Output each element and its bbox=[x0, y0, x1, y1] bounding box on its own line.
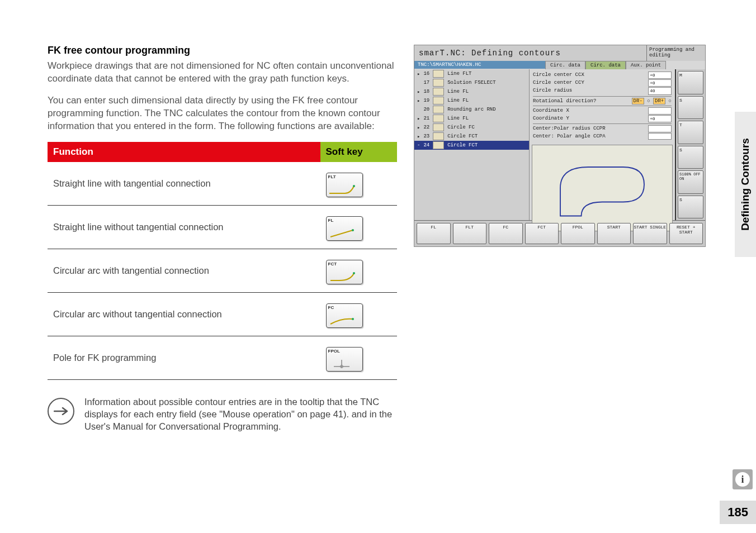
softkey-fct[interactable]: FCT bbox=[326, 260, 363, 284]
function-table: Function Soft key Straight line with tan… bbox=[48, 142, 397, 380]
svg-point-2 bbox=[353, 272, 355, 274]
tree-row[interactable]: 20Rounding arc RND bbox=[414, 105, 529, 114]
bottom-reset-start[interactable]: RESET + START bbox=[669, 223, 703, 244]
tab-circ-data[interactable]: Circ. data bbox=[545, 61, 585, 69]
table-row: Straight line with tangential connection… bbox=[48, 162, 397, 206]
circle-icon bbox=[433, 141, 444, 149]
field-label: Circle radius bbox=[533, 87, 572, 94]
table-row: Circular arc without tangential connecti… bbox=[48, 292, 397, 336]
col-softkey: Soft key bbox=[320, 142, 398, 162]
field-cy[interactable]: +0 bbox=[648, 115, 672, 122]
tree-row[interactable]: ▸23Circle FCT bbox=[414, 132, 529, 141]
side-btn-s3[interactable]: S bbox=[678, 196, 703, 219]
side-btn-t[interactable]: T bbox=[678, 121, 703, 144]
cnc-tabs: Circ. data Circ. data Aux. point bbox=[545, 61, 679, 69]
field-cx[interactable] bbox=[648, 107, 672, 115]
tree-row[interactable]: ▸19Line FL bbox=[414, 96, 529, 105]
field-label: Circle center CCY bbox=[533, 79, 584, 87]
softkey-fpol[interactable]: FPOL bbox=[326, 347, 363, 372]
tree-row[interactable]: ▸21Line FL bbox=[414, 114, 529, 123]
bottom-fpol[interactable]: FPOL bbox=[561, 223, 595, 244]
arrow-right-icon bbox=[48, 398, 74, 425]
cnc-form: Circle center CCX+0 Circle center CCY+0 … bbox=[530, 69, 675, 142]
softkey-flt[interactable]: FLT bbox=[326, 173, 363, 197]
softkey-label: FL bbox=[328, 218, 334, 223]
cnc-tree: ▸16Line FLT 17Solution FSELECT ▸18Line F… bbox=[414, 69, 530, 220]
side-btn-s[interactable]: S bbox=[678, 96, 703, 120]
info-badge: i bbox=[733, 469, 753, 489]
circle-icon bbox=[433, 123, 444, 131]
side-btn-m[interactable]: M bbox=[678, 71, 703, 94]
line-icon bbox=[433, 88, 444, 96]
table-row: Straight line without tangential connect… bbox=[48, 205, 397, 249]
bottom-start-single[interactable]: START SINGLE bbox=[633, 223, 667, 244]
note-box: Information about possible contour entri… bbox=[48, 396, 397, 433]
field-label: Coordinate X bbox=[533, 107, 569, 115]
line-icon bbox=[433, 97, 444, 104]
side-tab: Defining Contours bbox=[735, 112, 756, 257]
radio-dr-minus[interactable]: DR- bbox=[632, 98, 644, 104]
circle-icon bbox=[433, 132, 444, 140]
note-text: Information about possible contour entri… bbox=[84, 396, 397, 433]
line-icon bbox=[433, 115, 444, 122]
svg-point-0 bbox=[353, 185, 355, 187]
paragraph-2: You can enter such dimensional data dire… bbox=[48, 94, 397, 133]
svg-point-3 bbox=[352, 318, 354, 320]
field-cr[interactable]: 40 bbox=[648, 87, 672, 94]
field-ccy[interactable]: +0 bbox=[648, 79, 672, 87]
cnc-side-buttons: M S T S S100% OFF ON S bbox=[675, 69, 705, 220]
table-row: Pole for FK programming FPOL bbox=[48, 336, 397, 379]
radio-dr-plus[interactable]: DR+ bbox=[653, 98, 665, 104]
bottom-fc[interactable]: FC bbox=[489, 223, 523, 244]
page-number: 185 bbox=[720, 501, 756, 524]
info-icon: i bbox=[735, 472, 750, 487]
cnc-path: TNC:\SMARTNC\HAKEN.HC bbox=[414, 61, 545, 69]
tree-row[interactable]: ▸22Circle FC bbox=[414, 123, 529, 132]
tree-row[interactable]: ▸18Line FL bbox=[414, 87, 529, 96]
bottom-fct[interactable]: FCT bbox=[525, 223, 559, 244]
cnc-screenshot: smarT.NC: Defining contours Programming … bbox=[414, 45, 706, 247]
field-label: Circle center CCX bbox=[533, 72, 584, 79]
bottom-fl[interactable]: FL bbox=[417, 223, 451, 244]
tab-aux-point[interactable]: Aux. point bbox=[626, 61, 666, 69]
func-label: Straight line without tangential connect… bbox=[48, 205, 320, 249]
paragraph-1: Workpiece drawings that are not dimensio… bbox=[48, 60, 397, 85]
cnc-title: smarT.NC: Defining contours bbox=[414, 45, 646, 61]
field-label: Center:Polar radius CCPR bbox=[533, 125, 606, 132]
field-ccx[interactable]: +0 bbox=[648, 72, 672, 79]
svg-point-1 bbox=[352, 229, 354, 231]
softkey-label: FPOL bbox=[328, 349, 340, 354]
side-btn-s2[interactable]: S bbox=[678, 146, 703, 169]
solution-icon bbox=[433, 79, 444, 87]
bottom-start[interactable]: START bbox=[597, 223, 631, 244]
field-label: Rotational direction? bbox=[533, 98, 596, 105]
field-label: Coordinate Y bbox=[533, 115, 569, 122]
cnc-mode: Programming and editing bbox=[646, 45, 705, 61]
rounding-icon bbox=[433, 106, 444, 113]
tree-row-selected[interactable]: -24Circle FCT bbox=[414, 141, 529, 150]
side-tab-label: Defining Contours bbox=[739, 138, 752, 231]
side-btn-s100[interactable]: S100% OFF ON bbox=[678, 170, 703, 194]
field-ccpa[interactable] bbox=[648, 133, 672, 140]
tree-row[interactable]: ▸16Line FLT bbox=[414, 69, 529, 78]
line-icon bbox=[433, 70, 444, 78]
field-label: Center: Polar angle CCPA bbox=[533, 133, 606, 140]
tab-circ-data-2[interactable]: Circ. data bbox=[585, 61, 626, 69]
softkey-fc[interactable]: FC bbox=[326, 303, 363, 328]
softkey-label: FC bbox=[328, 305, 334, 310]
table-row: Circular arc with tangential connection … bbox=[48, 249, 397, 292]
bottom-flt[interactable]: FLT bbox=[453, 223, 487, 244]
softkey-label: FCT bbox=[328, 261, 337, 266]
func-label: Straight line with tangential connection bbox=[48, 162, 320, 206]
section-heading: FK free contour programming bbox=[48, 45, 397, 56]
cnc-preview bbox=[532, 145, 673, 231]
func-label: Circular arc without tangential connecti… bbox=[48, 292, 320, 336]
col-function: Function bbox=[48, 142, 320, 162]
func-label: Circular arc with tangential connection bbox=[48, 249, 320, 292]
func-label: Pole for FK programming bbox=[48, 336, 320, 379]
softkey-label: FLT bbox=[328, 174, 336, 179]
field-ccpr[interactable] bbox=[648, 125, 672, 132]
tree-row[interactable]: 17Solution FSELECT bbox=[414, 78, 529, 87]
softkey-fl[interactable]: FL bbox=[326, 216, 363, 241]
